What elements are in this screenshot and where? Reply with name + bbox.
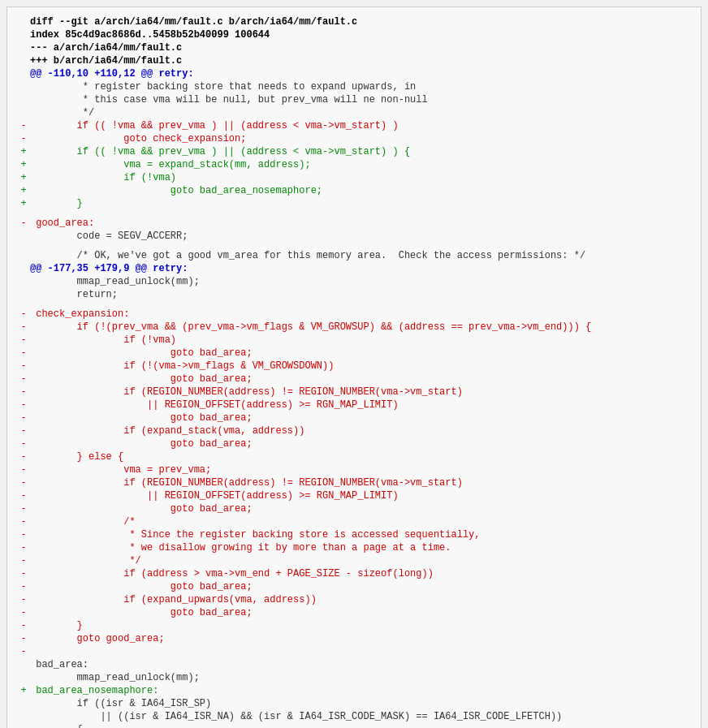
line-content: /*	[30, 515, 691, 528]
line-content: goto bad_area;	[30, 411, 691, 424]
line-content: /* OK, we've got a good vm_area for this…	[30, 249, 691, 262]
line-prefix: -	[17, 645, 30, 658]
line-content: }	[30, 197, 691, 210]
line-prefix: -	[17, 411, 30, 424]
line-content: if (expand_upwards(vma, address))	[30, 593, 691, 606]
code-line: - good_area:	[17, 217, 691, 230]
code-line: * register backing store that needs to e…	[17, 80, 691, 93]
line-prefix: -	[17, 217, 30, 230]
line-content: * Since the register backing store is ac…	[30, 528, 691, 541]
line-prefix: -	[17, 424, 30, 437]
line-content: index 85c4d9ac8686d..5458b52b40099 10064…	[30, 28, 691, 41]
line-content: goto bad_area_nosemaphore;	[30, 184, 691, 197]
line-content: mmap_read_unlock(mm);	[30, 275, 691, 288]
line-content: || REGION_OFFSET(address) >= RGN_MAP_LIM…	[30, 489, 691, 502]
line-content: } else {	[30, 450, 691, 463]
code-line: + if (( !vma && prev_vma ) || (address <…	[17, 145, 691, 158]
code-line: @@ -110,10 +110,12 @@ retry:	[17, 67, 691, 80]
code-line: @@ -177,35 +179,9 @@ retry:	[17, 262, 691, 275]
line-prefix: -	[17, 632, 30, 645]
line-prefix: -	[17, 347, 30, 360]
line-content: @@ -177,35 +179,9 @@ retry:	[30, 262, 691, 275]
line-prefix: -	[17, 373, 30, 386]
line-prefix: -	[17, 606, 30, 619]
code-line: - goto bad_area;	[17, 347, 691, 360]
line-prefix: -	[17, 567, 30, 580]
code-line: if ((isr & IA64_ISR_SP)	[17, 697, 691, 710]
code-line: - if (expand_stack(vma, address))	[17, 424, 691, 437]
line-prefix: -	[17, 119, 30, 132]
code-line: - if (!(vma->vm_flags & VM_GROWSDOWN))	[17, 360, 691, 373]
line-prefix: +	[17, 158, 30, 171]
line-prefix: -	[17, 580, 30, 593]
line-prefix: -	[17, 593, 30, 606]
code-line: code = SEGV_ACCERR;	[17, 230, 691, 243]
line-content: if (!vma)	[30, 171, 691, 184]
line-content: if (( !vma && prev_vma ) || (address < v…	[30, 119, 691, 132]
code-line: - if (address > vma->vm_end + PAGE_SIZE …	[17, 567, 691, 580]
line-content: bad_area:	[30, 658, 691, 671]
line-content: if (!vma)	[30, 334, 691, 347]
line-prefix: -	[17, 132, 30, 145]
line-content: || REGION_OFFSET(address) >= RGN_MAP_LIM…	[30, 398, 691, 411]
line-content: goto bad_area;	[30, 502, 691, 515]
empty-line	[17, 210, 691, 217]
line-prefix: +	[17, 684, 30, 697]
code-line: - vma = prev_vma;	[17, 463, 691, 476]
code-line: {	[17, 723, 691, 728]
code-line: mmap_read_unlock(mm);	[17, 671, 691, 684]
code-line: * this case vma will be null, but prev_v…	[17, 93, 691, 106]
line-content: check_expansion:	[30, 308, 691, 321]
code-line: + if (!vma)	[17, 171, 691, 184]
line-prefix: +	[17, 171, 30, 184]
code-line: - if (!vma)	[17, 334, 691, 347]
line-prefix: -	[17, 541, 30, 554]
line-prefix: -	[17, 321, 30, 334]
line-prefix: -	[17, 398, 30, 411]
line-content: */	[30, 554, 691, 567]
code-line: return;	[17, 288, 691, 301]
code-line: - goto bad_area;	[17, 580, 691, 593]
code-line: + vma = expand_stack(mm, address);	[17, 158, 691, 171]
line-content: {	[30, 723, 691, 728]
line-content: * this case vma will be null, but prev_v…	[30, 93, 691, 106]
line-content: goto bad_area;	[30, 347, 691, 360]
code-line: - if (REGION_NUMBER(address) != REGION_N…	[17, 476, 691, 489]
line-content: * register backing store that needs to e…	[30, 80, 691, 93]
code-line: - */	[17, 554, 691, 567]
code-line: --- a/arch/ia64/mm/fault.c	[17, 41, 691, 54]
code-line: - /*	[17, 515, 691, 528]
line-content: return;	[30, 288, 691, 301]
code-line: mmap_read_unlock(mm);	[17, 275, 691, 288]
code-line: - goto good_area;	[17, 632, 691, 645]
line-prefix: -	[17, 489, 30, 502]
code-line: - || REGION_OFFSET(address) >= RGN_MAP_L…	[17, 398, 691, 411]
line-prefix: -	[17, 450, 30, 463]
code-line: +++ b/arch/ia64/mm/fault.c	[17, 54, 691, 67]
code-line: diff --git a/arch/ia64/mm/fault.c b/arch…	[17, 15, 691, 28]
code-line: -	[17, 645, 691, 658]
line-content: good_area:	[30, 217, 691, 230]
line-content: if (( !vma && prev_vma ) || (address < v…	[30, 145, 691, 158]
line-content: goto bad_area;	[30, 580, 691, 593]
line-content: if (!(vma->vm_flags & VM_GROWSDOWN))	[30, 360, 691, 373]
line-prefix: +	[17, 197, 30, 210]
line-content: goto bad_area;	[30, 606, 691, 619]
line-content: || ((isr & IA64_ISR_NA) && (isr & IA64_I…	[30, 710, 691, 723]
code-line: - || REGION_OFFSET(address) >= RGN_MAP_L…	[17, 489, 691, 502]
line-prefix: -	[17, 437, 30, 450]
code-line: - goto bad_area;	[17, 606, 691, 619]
line-prefix: -	[17, 360, 30, 373]
code-line: */	[17, 106, 691, 119]
empty-line	[17, 301, 691, 308]
line-prefix: -	[17, 463, 30, 476]
line-prefix: -	[17, 334, 30, 347]
code-line: - if (( !vma && prev_vma ) || (address <…	[17, 119, 691, 132]
line-content: diff --git a/arch/ia64/mm/fault.c b/arch…	[30, 15, 691, 28]
line-content: @@ -110,10 +110,12 @@ retry:	[30, 67, 691, 80]
code-line: - if (!(prev_vma && (prev_vma->vm_flags …	[17, 321, 691, 334]
line-prefix: -	[17, 386, 30, 398]
line-content: goto good_area;	[30, 632, 691, 645]
line-prefix: -	[17, 619, 30, 632]
line-content: --- a/arch/ia64/mm/fault.c	[30, 41, 691, 54]
